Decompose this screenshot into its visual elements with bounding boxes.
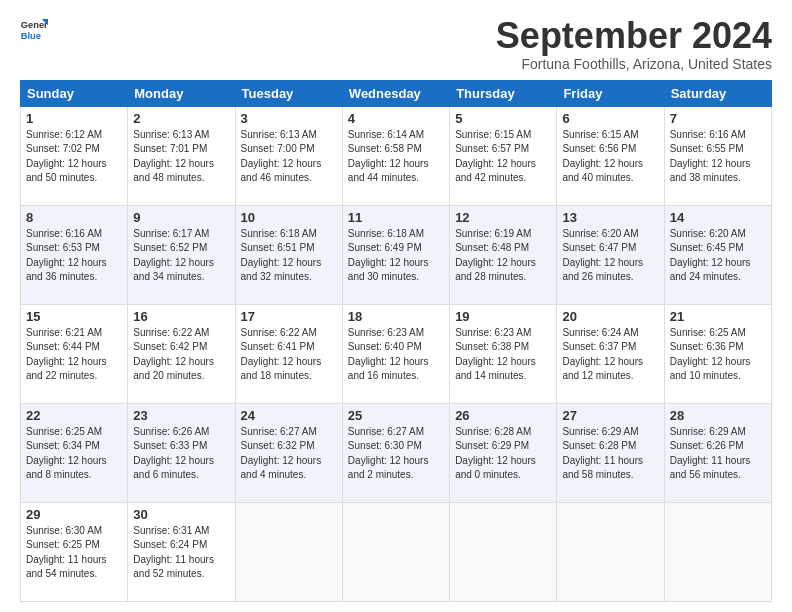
day-info: Sunrise: 6:27 AMSunset: 6:32 PMDaylight:… xyxy=(241,426,322,481)
day-info: Sunrise: 6:30 AMSunset: 6:25 PMDaylight:… xyxy=(26,525,107,580)
day-info: Sunrise: 6:19 AMSunset: 6:48 PMDaylight:… xyxy=(455,228,536,283)
calendar-header-row: Sunday Monday Tuesday Wednesday Thursday… xyxy=(21,80,772,106)
col-wednesday: Wednesday xyxy=(342,80,449,106)
day-number: 7 xyxy=(670,111,766,126)
table-row: 27 Sunrise: 6:29 AMSunset: 6:28 PMDaylig… xyxy=(557,403,664,502)
day-info: Sunrise: 6:18 AMSunset: 6:49 PMDaylight:… xyxy=(348,228,429,283)
day-number: 29 xyxy=(26,507,122,522)
day-number: 17 xyxy=(241,309,337,324)
logo: General Blue xyxy=(20,16,48,44)
table-row: 16 Sunrise: 6:22 AMSunset: 6:42 PMDaylig… xyxy=(128,304,235,403)
table-row: 9 Sunrise: 6:17 AMSunset: 6:52 PMDayligh… xyxy=(128,205,235,304)
day-number: 4 xyxy=(348,111,444,126)
table-row: 19 Sunrise: 6:23 AMSunset: 6:38 PMDaylig… xyxy=(450,304,557,403)
col-tuesday: Tuesday xyxy=(235,80,342,106)
table-row xyxy=(664,502,771,601)
day-number: 15 xyxy=(26,309,122,324)
title-block: September 2024 Fortuna Foothills, Arizon… xyxy=(496,16,772,72)
month-title: September 2024 xyxy=(496,16,772,56)
table-row xyxy=(557,502,664,601)
day-number: 21 xyxy=(670,309,766,324)
day-number: 14 xyxy=(670,210,766,225)
header: General Blue September 2024 Fortuna Foot… xyxy=(20,16,772,72)
day-number: 19 xyxy=(455,309,551,324)
day-info: Sunrise: 6:25 AMSunset: 6:34 PMDaylight:… xyxy=(26,426,107,481)
calendar-week-2: 8 Sunrise: 6:16 AMSunset: 6:53 PMDayligh… xyxy=(21,205,772,304)
day-info: Sunrise: 6:16 AMSunset: 6:53 PMDaylight:… xyxy=(26,228,107,283)
table-row: 7 Sunrise: 6:16 AMSunset: 6:55 PMDayligh… xyxy=(664,106,771,205)
table-row xyxy=(235,502,342,601)
day-number: 16 xyxy=(133,309,229,324)
day-number: 12 xyxy=(455,210,551,225)
calendar-week-5: 29 Sunrise: 6:30 AMSunset: 6:25 PMDaylig… xyxy=(21,502,772,601)
day-info: Sunrise: 6:12 AMSunset: 7:02 PMDaylight:… xyxy=(26,129,107,184)
day-info: Sunrise: 6:15 AMSunset: 6:57 PMDaylight:… xyxy=(455,129,536,184)
day-info: Sunrise: 6:27 AMSunset: 6:30 PMDaylight:… xyxy=(348,426,429,481)
col-friday: Friday xyxy=(557,80,664,106)
table-row: 14 Sunrise: 6:20 AMSunset: 6:45 PMDaylig… xyxy=(664,205,771,304)
day-number: 5 xyxy=(455,111,551,126)
table-row: 30 Sunrise: 6:31 AMSunset: 6:24 PMDaylig… xyxy=(128,502,235,601)
day-info: Sunrise: 6:21 AMSunset: 6:44 PMDaylight:… xyxy=(26,327,107,382)
col-sunday: Sunday xyxy=(21,80,128,106)
day-info: Sunrise: 6:28 AMSunset: 6:29 PMDaylight:… xyxy=(455,426,536,481)
day-number: 23 xyxy=(133,408,229,423)
day-info: Sunrise: 6:16 AMSunset: 6:55 PMDaylight:… xyxy=(670,129,751,184)
calendar-week-3: 15 Sunrise: 6:21 AMSunset: 6:44 PMDaylig… xyxy=(21,304,772,403)
day-info: Sunrise: 6:29 AMSunset: 6:26 PMDaylight:… xyxy=(670,426,751,481)
table-row: 6 Sunrise: 6:15 AMSunset: 6:56 PMDayligh… xyxy=(557,106,664,205)
day-number: 9 xyxy=(133,210,229,225)
table-row: 25 Sunrise: 6:27 AMSunset: 6:30 PMDaylig… xyxy=(342,403,449,502)
day-number: 28 xyxy=(670,408,766,423)
col-saturday: Saturday xyxy=(664,80,771,106)
day-number: 2 xyxy=(133,111,229,126)
day-info: Sunrise: 6:18 AMSunset: 6:51 PMDaylight:… xyxy=(241,228,322,283)
day-number: 3 xyxy=(241,111,337,126)
day-number: 30 xyxy=(133,507,229,522)
logo-icon: General Blue xyxy=(20,16,48,44)
day-info: Sunrise: 6:20 AMSunset: 6:45 PMDaylight:… xyxy=(670,228,751,283)
day-info: Sunrise: 6:15 AMSunset: 6:56 PMDaylight:… xyxy=(562,129,643,184)
table-row: 20 Sunrise: 6:24 AMSunset: 6:37 PMDaylig… xyxy=(557,304,664,403)
day-number: 26 xyxy=(455,408,551,423)
table-row: 2 Sunrise: 6:13 AMSunset: 7:01 PMDayligh… xyxy=(128,106,235,205)
col-thursday: Thursday xyxy=(450,80,557,106)
svg-text:Blue: Blue xyxy=(21,31,41,41)
day-info: Sunrise: 6:17 AMSunset: 6:52 PMDaylight:… xyxy=(133,228,214,283)
day-number: 10 xyxy=(241,210,337,225)
table-row: 8 Sunrise: 6:16 AMSunset: 6:53 PMDayligh… xyxy=(21,205,128,304)
day-number: 25 xyxy=(348,408,444,423)
location: Fortuna Foothills, Arizona, United State… xyxy=(496,56,772,72)
table-row xyxy=(342,502,449,601)
day-info: Sunrise: 6:13 AMSunset: 7:01 PMDaylight:… xyxy=(133,129,214,184)
day-info: Sunrise: 6:20 AMSunset: 6:47 PMDaylight:… xyxy=(562,228,643,283)
table-row: 5 Sunrise: 6:15 AMSunset: 6:57 PMDayligh… xyxy=(450,106,557,205)
page: General Blue September 2024 Fortuna Foot… xyxy=(0,0,792,612)
day-info: Sunrise: 6:22 AMSunset: 6:42 PMDaylight:… xyxy=(133,327,214,382)
day-number: 1 xyxy=(26,111,122,126)
calendar-week-4: 22 Sunrise: 6:25 AMSunset: 6:34 PMDaylig… xyxy=(21,403,772,502)
table-row: 23 Sunrise: 6:26 AMSunset: 6:33 PMDaylig… xyxy=(128,403,235,502)
table-row: 15 Sunrise: 6:21 AMSunset: 6:44 PMDaylig… xyxy=(21,304,128,403)
day-info: Sunrise: 6:24 AMSunset: 6:37 PMDaylight:… xyxy=(562,327,643,382)
table-row: 4 Sunrise: 6:14 AMSunset: 6:58 PMDayligh… xyxy=(342,106,449,205)
day-number: 13 xyxy=(562,210,658,225)
day-info: Sunrise: 6:13 AMSunset: 7:00 PMDaylight:… xyxy=(241,129,322,184)
day-info: Sunrise: 6:25 AMSunset: 6:36 PMDaylight:… xyxy=(670,327,751,382)
day-info: Sunrise: 6:26 AMSunset: 6:33 PMDaylight:… xyxy=(133,426,214,481)
day-number: 11 xyxy=(348,210,444,225)
table-row: 12 Sunrise: 6:19 AMSunset: 6:48 PMDaylig… xyxy=(450,205,557,304)
table-row: 18 Sunrise: 6:23 AMSunset: 6:40 PMDaylig… xyxy=(342,304,449,403)
table-row: 13 Sunrise: 6:20 AMSunset: 6:47 PMDaylig… xyxy=(557,205,664,304)
col-monday: Monday xyxy=(128,80,235,106)
table-row: 22 Sunrise: 6:25 AMSunset: 6:34 PMDaylig… xyxy=(21,403,128,502)
day-info: Sunrise: 6:22 AMSunset: 6:41 PMDaylight:… xyxy=(241,327,322,382)
table-row: 28 Sunrise: 6:29 AMSunset: 6:26 PMDaylig… xyxy=(664,403,771,502)
table-row: 1 Sunrise: 6:12 AMSunset: 7:02 PMDayligh… xyxy=(21,106,128,205)
day-info: Sunrise: 6:14 AMSunset: 6:58 PMDaylight:… xyxy=(348,129,429,184)
day-number: 6 xyxy=(562,111,658,126)
day-number: 24 xyxy=(241,408,337,423)
table-row: 11 Sunrise: 6:18 AMSunset: 6:49 PMDaylig… xyxy=(342,205,449,304)
table-row: 29 Sunrise: 6:30 AMSunset: 6:25 PMDaylig… xyxy=(21,502,128,601)
table-row xyxy=(450,502,557,601)
